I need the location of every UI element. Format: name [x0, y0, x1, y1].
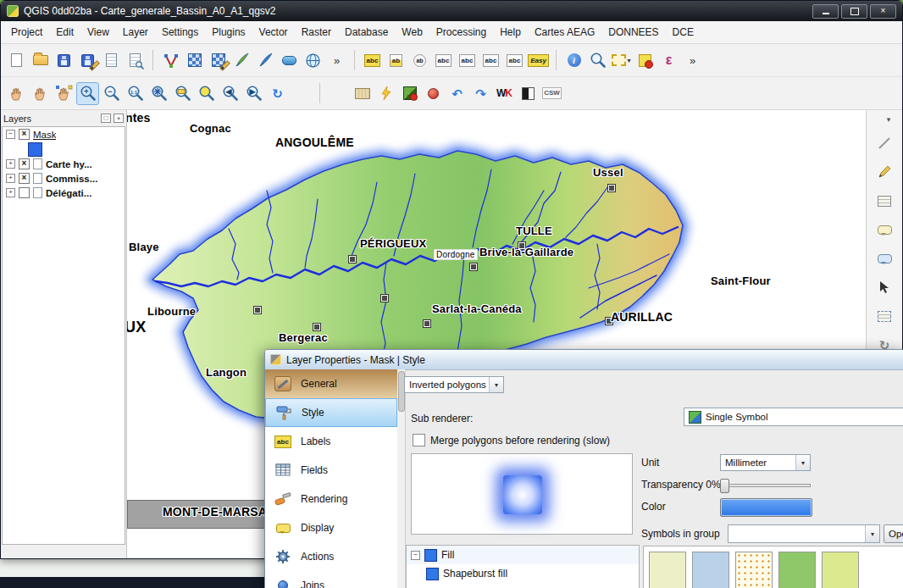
undock-panel-icon[interactable]: □: [101, 114, 111, 123]
menu-donnees[interactable]: DONNEES: [601, 23, 665, 42]
menu-web[interactable]: Web: [395, 23, 429, 42]
zoom-next-button[interactable]: ▶: [242, 82, 265, 105]
minimize-button[interactable]: [812, 4, 839, 19]
edit-layer-grid-button[interactable]: [207, 49, 230, 72]
zoom-last-button[interactable]: ◀: [219, 82, 241, 105]
zoom-to-selection-button[interactable]: [195, 82, 218, 105]
dialog-tab-general[interactable]: General: [265, 369, 397, 398]
dialog-tab-joins[interactable]: Joins: [265, 571, 397, 588]
contrast-square-button[interactable]: [517, 82, 540, 105]
toolbar-overflow-2-button[interactable]: »: [681, 49, 704, 72]
refresh-map-button[interactable]: ↻: [266, 82, 289, 105]
save-project-button[interactable]: [53, 49, 75, 72]
annotation-note-button[interactable]: [874, 191, 895, 210]
menu-edit[interactable]: Edit: [49, 23, 80, 42]
swatch-yellowgreen[interactable]: [822, 552, 859, 588]
symbols-in-group-combobox[interactable]: ▾: [728, 524, 880, 543]
symbol-tree-item-shapeburst-fill[interactable]: Shapeburst fill: [407, 564, 639, 583]
annotation-slash-button[interactable]: [874, 134, 895, 153]
menu-view[interactable]: View: [80, 23, 116, 42]
swatch-cream[interactable]: [649, 552, 686, 588]
swatch-green[interactable]: [778, 552, 816, 588]
metasearch-csw-button[interactable]: CSW: [540, 82, 563, 105]
labeling-abc-button[interactable]: abc: [361, 49, 384, 72]
new-layer-grid-button[interactable]: [183, 49, 206, 72]
new-project-button[interactable]: [5, 49, 28, 72]
symbol-tree-item-fill[interactable]: −Fill: [407, 546, 639, 564]
callout-bubble-1-button[interactable]: [874, 220, 895, 239]
menu-raster[interactable]: Raster: [295, 23, 338, 42]
right-toolbar-overflow-button[interactable]: ▾: [878, 115, 899, 124]
symbol-layer-tree[interactable]: −FillShapeburst fill: [406, 545, 640, 588]
expander-icon[interactable]: +: [6, 174, 15, 183]
layer-item-commiss[interactable]: +×Commiss...: [3, 171, 125, 186]
annotation-pencil-button[interactable]: [874, 163, 895, 181]
menu-help[interactable]: Help: [493, 23, 528, 42]
slider-handle[interactable]: [720, 479, 729, 493]
statistics-epsilon-button[interactable]: ε: [657, 49, 680, 72]
action-box-button[interactable]: [398, 82, 421, 105]
dialog-tab-fields[interactable]: Fields: [265, 456, 397, 485]
annotation-blob-button[interactable]: [422, 82, 445, 105]
expander-icon[interactable]: −: [411, 551, 420, 560]
labeling-abc-1-button[interactable]: abc: [432, 49, 455, 72]
menu-project[interactable]: Project: [4, 23, 49, 42]
menu-settings[interactable]: Settings: [155, 23, 205, 42]
wkt-tool-button[interactable]: WK: [493, 82, 516, 105]
toolbar-overflow-1-button[interactable]: »: [325, 49, 348, 72]
renderer-combobox[interactable]: Inverted polygons ▾: [404, 376, 504, 393]
touch-zoom-button[interactable]: [5, 82, 28, 105]
layer-item-d-l-gati[interactable]: +Délégati...: [3, 186, 125, 200]
open-project-button[interactable]: [29, 49, 52, 72]
dialog-tab-rendering[interactable]: Rendering: [265, 485, 397, 513]
dialog-tab-labels[interactable]: abcLabels: [265, 427, 397, 456]
menu-vector[interactable]: Vector: [252, 23, 295, 42]
layer-item-mask[interactable]: −×Mask: [3, 127, 125, 141]
dialog-tab-actions[interactable]: Actions: [265, 542, 397, 571]
composer-manager-button[interactable]: [124, 49, 147, 72]
expander-icon[interactable]: +: [6, 159, 15, 169]
labeling-abc-2-button[interactable]: abc: [456, 49, 479, 72]
label-move-button[interactable]: [874, 307, 895, 325]
unit-combobox[interactable]: Millimeter ▾: [720, 454, 811, 471]
close-button[interactable]: ×: [870, 4, 896, 19]
identify-features-button[interactable]: i: [562, 49, 585, 72]
easy-custom-labeling-button[interactable]: Easy: [527, 49, 550, 72]
expander-icon[interactable]: −: [6, 130, 15, 139]
dialog-tab-style[interactable]: Style: [265, 398, 397, 427]
single-symbol-combobox[interactable]: Single Symbol: [684, 408, 903, 426]
menu-plugins[interactable]: Plugins: [205, 23, 252, 42]
measure-ruler-button[interactable]: [351, 82, 374, 105]
swatch-dotted[interactable]: [735, 552, 773, 588]
dialog-tab-display[interactable]: Display: [265, 513, 397, 542]
labeling-ab-round-button[interactable]: ab: [408, 49, 431, 72]
menu-dce[interactable]: DCE: [666, 23, 701, 42]
title-bar[interactable]: QGIS 0dd02ba - Carte_generale_Bassin_A0_…: [1, 1, 902, 21]
zoom-native-button[interactable]: 1:1: [124, 82, 147, 105]
labeling-abc-3-button[interactable]: abc: [479, 49, 502, 72]
zoom-full-button[interactable]: [147, 82, 170, 105]
select-rectangle-button[interactable]: ▾: [610, 49, 633, 72]
menu-cartes-aeag[interactable]: Cartes AEAG: [528, 23, 601, 42]
new-print-composer-button[interactable]: [100, 49, 123, 72]
menu-processing[interactable]: Processing: [429, 23, 493, 42]
close-panel-icon[interactable]: ×: [114, 114, 124, 123]
maximize-button[interactable]: [841, 4, 867, 19]
zoom-out-button[interactable]: −: [100, 82, 123, 105]
color-button[interactable]: [720, 498, 812, 517]
layer-symbol-swatch[interactable]: [28, 142, 42, 157]
zoom-to-layer-button[interactable]: [171, 82, 194, 105]
redo-button[interactable]: ↷: [469, 82, 492, 105]
merge-polygons-checkbox[interactable]: [413, 434, 425, 447]
transparency-slider[interactable]: [720, 479, 811, 492]
deselect-all-button[interactable]: [634, 49, 656, 72]
quill-blue-button[interactable]: [254, 49, 277, 72]
pan-to-selection-button[interactable]: [53, 82, 75, 105]
zoom-in-button[interactable]: +: [76, 82, 99, 105]
run-feature-action-button[interactable]: [374, 82, 397, 105]
label-select-button[interactable]: [874, 278, 895, 297]
open-library-button[interactable]: Ope: [884, 524, 903, 543]
labeling-abc-4-button[interactable]: abc: [503, 49, 526, 72]
quill-green-button[interactable]: [230, 49, 253, 72]
save-project-as-button[interactable]: [76, 49, 99, 72]
